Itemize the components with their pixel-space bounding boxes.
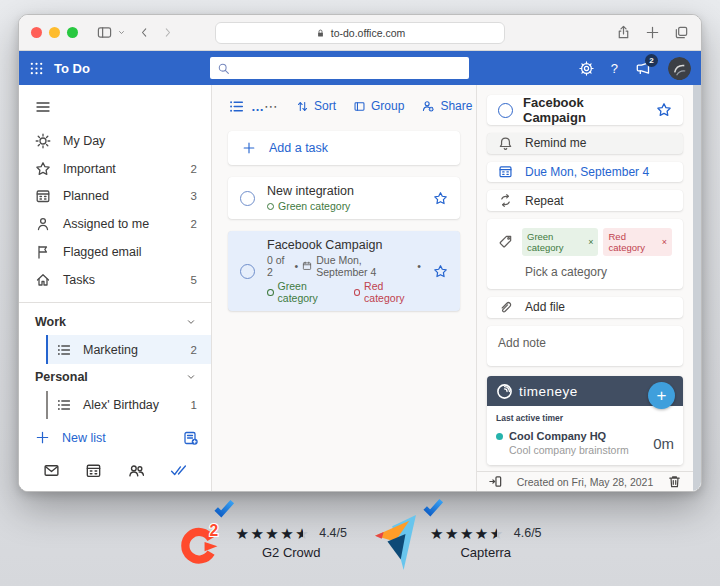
timeneye-add-timer-button[interactable]: +: [648, 382, 675, 409]
sidebar-item-flagged-email[interactable]: Flagged email: [19, 238, 211, 266]
chevron-down-icon[interactable]: [117, 28, 126, 37]
share-icon[interactable]: [616, 25, 631, 40]
sidebar-item-assigned-to-me[interactable]: Assigned to me 2: [19, 210, 211, 238]
timer-project-name: Cool Company HQ: [509, 430, 606, 442]
important-star-icon[interactable]: [656, 102, 672, 118]
category-picker[interactable]: Green category × Red category × Pick a c…: [487, 219, 683, 289]
more-options-icon[interactable]: ⋯: [264, 98, 279, 114]
task-row-facebook-campaign[interactable]: Facebook Campaign 0 of 2 • Due Mon, Sept…: [228, 231, 460, 311]
url-text: to-do.office.com: [331, 27, 406, 39]
timer-entry[interactable]: Cool Company HQ Cool company brainstorm …: [496, 430, 674, 456]
remove-category-icon[interactable]: ×: [662, 237, 667, 247]
sort-button[interactable]: Sort: [296, 99, 336, 113]
rating-g2: 2 ★★★★★ ★★★★★ 4.4/5 G2 Crowd: [178, 496, 347, 571]
flag-icon: [35, 244, 51, 260]
help-icon[interactable]: ?: [611, 61, 618, 76]
scrollbar-track[interactable]: [693, 85, 701, 491]
group-button[interactable]: Group: [353, 99, 404, 113]
list-count: 2: [191, 344, 197, 356]
pick-category-label[interactable]: Pick a category: [525, 265, 672, 279]
calendar-app-icon[interactable]: [85, 462, 102, 479]
calendar-icon: [302, 261, 312, 271]
new-group-icon[interactable]: [183, 430, 199, 446]
important-star-icon[interactable]: [433, 191, 448, 206]
list-icon: [56, 342, 72, 358]
back-button[interactable]: [138, 26, 151, 39]
group-personal[interactable]: Personal: [19, 364, 211, 391]
share-button[interactable]: Share: [421, 99, 472, 113]
minimize-window-button[interactable]: [49, 27, 60, 38]
category-chip-red[interactable]: Red category ×: [603, 228, 672, 256]
search-box[interactable]: [210, 57, 469, 79]
rating-score: 4.6/5: [514, 526, 542, 540]
divider: [19, 302, 211, 303]
tab-overview-icon[interactable]: [674, 25, 689, 40]
new-list-button[interactable]: New list: [19, 421, 211, 454]
category-chip-green[interactable]: Green category ×: [522, 228, 598, 256]
browser-window: to-do.office.com To Do ? 2: [18, 14, 702, 492]
due-date-button[interactable]: Due Mon, September 4: [487, 162, 683, 183]
verified-check-icon: [421, 496, 445, 518]
timer-value: 0m: [653, 435, 674, 452]
important-star-icon[interactable]: [433, 264, 448, 279]
zoom-window-button[interactable]: [67, 27, 78, 38]
search-input[interactable]: [236, 62, 462, 74]
app-header: To Do ? 2: [19, 51, 701, 85]
sidebar-item-label: Tasks: [63, 273, 95, 287]
sidebar-item-my-day[interactable]: My Day: [19, 127, 211, 155]
sidebar-item-tasks[interactable]: Tasks 5: [19, 266, 211, 294]
repeat-icon: [498, 193, 513, 208]
sidebar-item-planned[interactable]: Planned 3: [19, 183, 211, 211]
task-checkbox[interactable]: [498, 103, 513, 118]
feedback-megaphone-icon[interactable]: 2: [635, 60, 651, 76]
bell-icon: [498, 136, 513, 151]
group-work[interactable]: Work: [19, 308, 211, 335]
trash-icon[interactable]: [667, 474, 682, 489]
new-tab-icon[interactable]: [645, 25, 660, 40]
task-progress: 0 of 2: [267, 254, 291, 278]
mail-icon[interactable]: [43, 462, 60, 479]
settings-gear-icon[interactable]: [579, 61, 594, 76]
people-icon[interactable]: [128, 462, 145, 479]
close-window-button[interactable]: [31, 27, 42, 38]
sidebar-list-marketing[interactable]: Marketing 2: [46, 335, 211, 364]
add-note-field[interactable]: Add note: [487, 326, 683, 367]
add-file-button[interactable]: Add file: [487, 297, 683, 318]
app-launcher-icon[interactable]: [29, 61, 44, 76]
chevron-down-icon[interactable]: [185, 316, 197, 328]
list-count: 1: [191, 399, 197, 411]
avatar[interactable]: [668, 57, 691, 80]
hamburger-menu-icon[interactable]: [35, 99, 51, 115]
hide-detail-pane-icon[interactable]: [488, 474, 503, 489]
category-tag-red: Red category: [354, 280, 421, 304]
item-count: 3: [191, 190, 197, 202]
todo-app-icon[interactable]: [170, 462, 187, 479]
remind-me-button[interactable]: Remind me: [487, 133, 683, 154]
group-icon: [353, 100, 366, 113]
sidebar-item-label: Important: [63, 162, 116, 176]
home-icon: [35, 272, 51, 288]
plus-icon: [242, 141, 256, 155]
star-rating: ★★★★★ ★★★★★: [430, 526, 505, 541]
sidebar-toggle-icon[interactable]: [97, 25, 112, 40]
chevron-down-icon[interactable]: [185, 371, 197, 383]
task-checkbox[interactable]: [240, 264, 255, 279]
repeat-button[interactable]: Repeat: [487, 190, 683, 211]
remove-category-icon[interactable]: ×: [588, 237, 593, 247]
category-tag-green: Green category: [267, 200, 350, 212]
add-task-button[interactable]: Add a task: [228, 131, 460, 165]
list-title[interactable]: …: [228, 98, 264, 115]
task-row-new-integration[interactable]: New integration Green category: [228, 177, 460, 219]
detail-footer: Created on Fri, May 28, 2021: [477, 471, 693, 491]
item-count: 5: [191, 274, 197, 286]
new-list-label: New list: [62, 431, 106, 445]
sidebar-app-switcher: [19, 454, 211, 491]
forward-button[interactable]: [161, 26, 174, 39]
timeneye-brand: timeneye: [519, 384, 578, 399]
rating-capterra: ★★★★★ ★★★★★ 4.6/5 Capterra: [375, 496, 542, 571]
g2-logo: 2: [178, 521, 222, 565]
sidebar-list-birthday[interactable]: Alex' Birthday 1: [46, 391, 211, 420]
task-checkbox[interactable]: [240, 191, 255, 206]
address-bar[interactable]: to-do.office.com: [215, 22, 505, 44]
sidebar-item-important[interactable]: Important 2: [19, 155, 211, 183]
